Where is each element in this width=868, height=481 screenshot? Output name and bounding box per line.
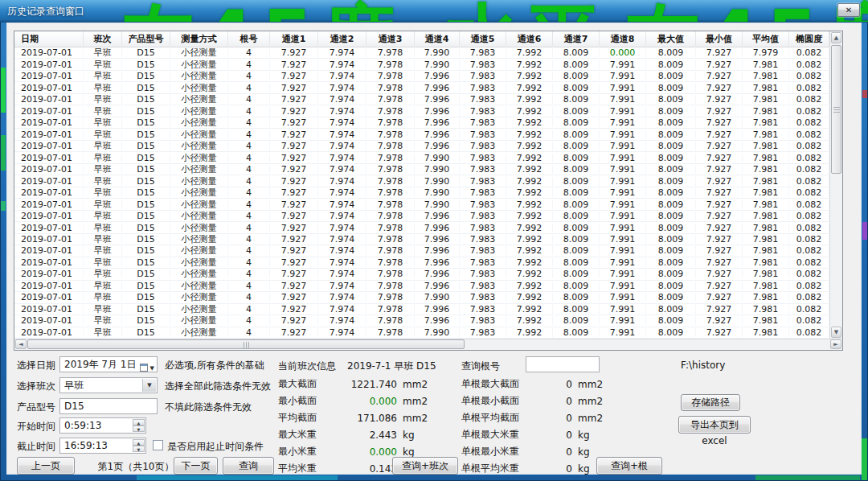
- close-button[interactable]: ✕: [837, 3, 860, 17]
- column-header[interactable]: 测量方式: [170, 31, 228, 47]
- query-root-input[interactable]: [526, 356, 600, 372]
- column-header[interactable]: 日期: [14, 31, 84, 47]
- column-header[interactable]: 通道7: [553, 31, 600, 47]
- date-picker[interactable]: 2019年 7月 1日 ▼: [59, 356, 158, 372]
- table-row[interactable]: 2019-07-01早班D15小径测量47.9277.9747.9787.996…: [14, 222, 829, 233]
- cell: 小径测量: [170, 328, 228, 337]
- model-input[interactable]: D15: [59, 398, 158, 414]
- table-row[interactable]: 2019-07-01早班D15小径测量47.9277.9747.9787.996…: [14, 245, 829, 257]
- cell: 8.009: [646, 305, 696, 314]
- table-row[interactable]: 2019-07-01早班D15小径测量47.9277.9747.9787.990…: [14, 47, 829, 59]
- cell: 7.974: [318, 246, 366, 255]
- table-row[interactable]: 2019-07-01早班D15小径测量47.9277.9747.9787.990…: [14, 327, 829, 339]
- table-row[interactable]: 2019-07-01早班D15小径测量47.9277.9747.9787.996…: [14, 141, 829, 152]
- table-row[interactable]: 2019-07-01早班D15小径测量47.9277.9747.9787.996…: [14, 211, 829, 222]
- start-time-spinner[interactable]: 0:59:13 ▲▼: [59, 417, 146, 434]
- cell: D15: [122, 84, 170, 92]
- scroll-left-icon[interactable]: ◄: [15, 339, 27, 349]
- cell: 8.009: [646, 118, 696, 127]
- calendar-icon[interactable]: ▼: [140, 360, 154, 372]
- table-row[interactable]: 2019-07-01早班D15小径测量47.9277.9747.9787.996…: [14, 234, 829, 245]
- column-header[interactable]: 最小值: [696, 31, 743, 47]
- column-header[interactable]: 班次: [84, 31, 122, 47]
- table-row[interactable]: 2019-07-01早班D15小径测量47.9277.9747.9787.996…: [14, 94, 829, 105]
- storage-path-button[interactable]: 存储路径: [681, 394, 740, 411]
- column-header[interactable]: 椭圆度: [789, 31, 829, 47]
- table-row[interactable]: 2019-07-01早班D15小径测量47.9277.9747.9787.996…: [14, 304, 829, 315]
- cell: 0.082: [789, 60, 829, 69]
- table-row[interactable]: 2019-07-01早班D15小径测量47.9277.9747.9787.996…: [14, 269, 829, 280]
- export-excel-button[interactable]: 导出本页到excel: [678, 416, 751, 434]
- column-header[interactable]: 通道3: [366, 31, 415, 47]
- cell: 7.974: [318, 316, 366, 325]
- table-row[interactable]: 2019-07-01早班D15小径测量47.9277.9747.9787.990…: [14, 164, 829, 175]
- query-shift-button[interactable]: 查询+班次: [392, 457, 458, 475]
- cell: 4: [228, 246, 270, 255]
- cell: 7.992: [506, 258, 553, 267]
- table-row[interactable]: 2019-07-01早班D15小径测量47.9277.9747.9787.996…: [14, 82, 829, 93]
- stat-label: 平均截面: [278, 411, 341, 425]
- date-value: 2019年 7月 1日: [64, 359, 136, 370]
- spinner-arrows-icon[interactable]: ▲▼: [133, 419, 145, 432]
- scroll-right-icon[interactable]: ►: [830, 339, 841, 349]
- table-row[interactable]: 2019-07-01早班D15小径测量47.9277.9747.9787.990…: [14, 59, 829, 70]
- prev-page-button[interactable]: 上一页: [17, 457, 75, 475]
- table-row[interactable]: 2019-07-01早班D15小径测量47.9277.9747.9787.996…: [14, 71, 829, 82]
- horizontal-scrollbar[interactable]: ◄ ►: [14, 339, 842, 350]
- table-row[interactable]: 2019-07-01早班D15小径测量47.9277.9747.9787.990…: [14, 187, 829, 199]
- table-row[interactable]: 2019-07-01早班D15小径测量47.9277.9747.9787.996…: [14, 315, 829, 327]
- table-row[interactable]: 2019-07-01早班D15小径测量47.9277.9747.9787.990…: [14, 152, 829, 163]
- end-time-spinner[interactable]: 16:59:13 ▲▼: [59, 438, 146, 454]
- shift-dropdown[interactable]: 早班 ▼: [59, 377, 158, 393]
- stat-row: 最大米重2.443kg: [278, 428, 415, 442]
- column-header[interactable]: 通道5: [460, 31, 506, 47]
- cell: 小径测量: [170, 107, 228, 116]
- cell: 0.082: [789, 235, 829, 244]
- horizontal-scrollbar-thumb[interactable]: [27, 339, 465, 349]
- column-header[interactable]: 最大值: [646, 31, 696, 47]
- cell: 7.983: [460, 84, 506, 92]
- cell: 8.009: [553, 258, 600, 267]
- cell: 4: [228, 60, 270, 69]
- query-button[interactable]: 查询: [223, 457, 274, 475]
- cell: 7.983: [460, 165, 506, 174]
- cell: 8.009: [646, 154, 696, 162]
- table-row[interactable]: 2019-07-01早班D15小径测量47.9277.9747.9787.996…: [14, 281, 829, 292]
- cell: 7.974: [318, 188, 366, 197]
- table-row[interactable]: 2019-07-01早班D15小径测量47.9277.9747.9787.990…: [14, 292, 829, 303]
- time-condition-checkbox[interactable]: [153, 440, 163, 450]
- spinner-arrows-icon[interactable]: ▲▼: [133, 439, 145, 452]
- stat-unit: mm2: [578, 379, 603, 390]
- column-header[interactable]: 根号: [228, 31, 270, 47]
- scroll-up-icon[interactable]: ▲: [831, 32, 841, 43]
- column-header[interactable]: 通道1: [270, 31, 318, 47]
- column-header[interactable]: 平均值: [743, 31, 789, 47]
- column-header[interactable]: 通道4: [415, 31, 460, 47]
- table-row[interactable]: 2019-07-01早班D15小径测量47.9277.9747.9787.996…: [14, 105, 829, 117]
- cell: 7.996: [415, 258, 460, 267]
- next-page-button[interactable]: 下一页: [174, 457, 218, 475]
- cell: 0.082: [789, 142, 829, 150]
- table-row[interactable]: 2019-07-01早班D15小径测量47.9277.9747.9787.996…: [14, 129, 829, 140]
- cell: 7.992: [506, 107, 553, 116]
- table-row[interactable]: 2019-07-01早班D15小径测量47.9277.9747.9787.990…: [14, 199, 829, 210]
- query-root-button[interactable]: 查询+根: [596, 457, 662, 475]
- table-row[interactable]: 2019-07-01早班D15小径测量47.9277.9747.9787.996…: [14, 117, 829, 129]
- column-header[interactable]: 通道8: [600, 31, 646, 47]
- cell: 7.978: [366, 107, 415, 116]
- column-header[interactable]: 产品型号: [122, 31, 170, 47]
- table-row[interactable]: 2019-07-01早班D15小径测量47.9277.9747.9787.996…: [14, 257, 829, 269]
- table-row[interactable]: 2019-07-01早班D15小径测量47.9277.9747.9787.990…: [14, 175, 829, 187]
- cell: 8.009: [646, 269, 696, 278]
- cell: 7.978: [366, 293, 415, 302]
- chevron-down-icon[interactable]: ▼: [142, 379, 156, 392]
- scroll-down-icon[interactable]: ▼: [831, 327, 841, 338]
- vertical-scrollbar-thumb[interactable]: [831, 45, 841, 174]
- column-header[interactable]: 通道2: [318, 31, 366, 47]
- cell: 早班: [84, 165, 122, 174]
- cell: 8.009: [646, 246, 696, 255]
- column-header[interactable]: 通道6: [506, 31, 553, 47]
- vertical-scrollbar[interactable]: ▲ ▼: [829, 31, 842, 339]
- cell: 7.991: [600, 84, 646, 92]
- cell: D15: [122, 154, 170, 162]
